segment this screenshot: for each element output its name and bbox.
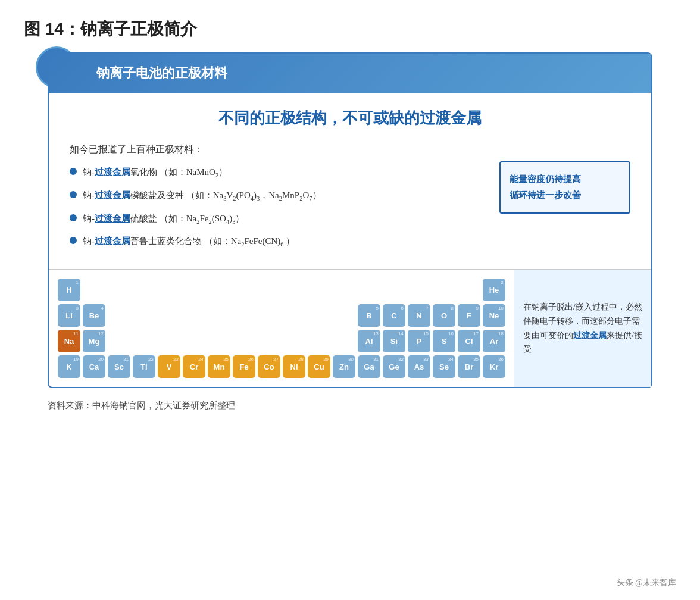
periodic-note-text: 在钠离子脱出/嵌入过程中，必然伴随电子转移，而这部分电子需要由可变价的过渡金属来… [523,300,642,357]
pt-cell-Cu: 29Cu [308,355,330,378]
highlight-3: 过渡金属 [95,214,130,223]
pt-gap4 [183,304,205,327]
pt-cell-Na: 11Na [58,330,80,352]
pt-note-highlight: 过渡金属 [573,331,607,340]
pt-cell-As: 33As [408,355,430,378]
watermark: 头条 @未来智库 [617,577,676,588]
pt-cell-Si: 14Si [383,330,405,352]
pt-spacer12 [358,279,380,301]
pt-spacer5 [183,279,205,301]
card-wrapper: 钠离子电池的正极材料 不同的正极结构，不可或缺的过渡金属 如今已报道了上百种正极… [48,52,652,388]
pt-spacer3 [133,279,155,301]
pt-cell-Mn: 25Mn [208,355,230,378]
pt-cell-N: 7N [408,304,430,327]
pt-spacer9 [283,279,305,301]
bullet-item-2: 钠-过渡金属磷酸盐及变种 （如：Na3V2(PO4)3，Na2MnP2O7） [70,188,488,204]
pt-cell-Zn: 30Zn [333,355,355,378]
pt-r3gap5 [208,330,230,352]
pt-r3gap2 [133,330,155,352]
pt-cell-Br: 35Br [458,355,480,378]
card-body: 不同的正极结构，不可或缺的过渡金属 如今已报道了上百种正极材料： 钠-过渡金属氧… [49,93,651,257]
pt-row-2: 3Li 4Be [58,304,505,327]
pt-cell-Kr: 36Kr [483,355,505,378]
pt-cell-He: 2He [483,279,505,301]
pt-r3gap4 [183,330,205,352]
pt-spacer13 [383,279,405,301]
pt-cell-Li: 3Li [58,304,80,327]
pt-gap9 [308,304,330,327]
content-area: 如今已报道了上百种正极材料： 钠-过渡金属氧化物 （如：NaMnO2） 钠-过渡… [70,143,630,257]
pt-cell-C: 6C [383,304,405,327]
pt-cell-Sc: 21Sc [108,355,130,378]
card-header: 钠离子电池的正极材料 [49,54,651,93]
pt-spacer7 [233,279,255,301]
pt-cell-Cr: 24Cr [183,355,205,378]
bullet-text-3: 钠-过渡金属硫酸盐 （如：Na2Fe2(SO4)3） [83,211,244,227]
pt-spacer6 [208,279,230,301]
bullet-text-4: 钠-过渡金属普鲁士蓝类化合物 （如：Na2FeFe(CN)6 ） [83,234,295,250]
source-text: 资料来源：中科海钠官网，光大证券研究所整理 [0,388,700,423]
pt-cell-Be: 4Be [83,304,105,327]
bullet-dot-3 [70,214,77,221]
highlight-2: 过渡金属 [95,190,130,200]
pt-cell-Cl: 17Cl [458,330,480,352]
highlight-4: 过渡金属 [95,236,130,246]
pt-spacer15 [433,279,455,301]
pt-gap10 [333,304,355,327]
intro-text: 如今已报道了上百种正极材料： [70,143,488,156]
pt-cell-B: 5B [358,304,380,327]
bullet-dot-2 [70,191,77,198]
pt-r3gap10 [333,330,355,352]
right-box-line-2: 循环待进一步改善 [510,188,620,204]
left-content: 如今已报道了上百种正极材料： 钠-过渡金属氧化物 （如：NaMnO2） 钠-过渡… [70,143,488,257]
bullet-dot-4 [70,237,77,244]
pt-gap5 [208,304,230,327]
pt-r3gap6 [233,330,255,352]
pt-row-1: 1H [58,279,505,301]
pt-r3gap3 [158,330,180,352]
bullet-item-3: 钠-过渡金属硫酸盐 （如：Na2Fe2(SO4)3） [70,211,488,227]
pt-row-3: 11Na 12Mg [58,330,505,352]
pt-cell-Ne: 10Ne [483,304,505,327]
pt-gap8 [283,304,305,327]
pt-gap6 [233,304,255,327]
pt-spacer16 [458,279,480,301]
right-info-box: 能量密度仍待提高 循环待进一步改善 [499,161,630,214]
pt-spacer4 [158,279,180,301]
page-title: 图 14：钠离子正极简介 [0,0,700,52]
bullet-dot-1 [70,168,77,175]
pt-cell-Ge: 32Ge [383,355,405,378]
pt-gap1 [108,304,130,327]
periodic-section: 1H [49,269,651,387]
right-box-line-1: 能量密度仍待提高 [510,171,620,188]
pt-spacer11 [333,279,355,301]
pt-r3gap1 [108,330,130,352]
pt-spacer8 [258,279,280,301]
pt-cell-K: 19K [58,355,80,378]
pt-cell-H: 1H [58,279,80,301]
pt-cell-Ga: 31Ga [358,355,380,378]
pt-gap7 [258,304,280,327]
pt-gap3 [158,304,180,327]
main-container: 钠离子电池的正极材料 不同的正极结构，不可或缺的过渡金属 如今已报道了上百种正极… [0,52,700,388]
pt-cell-S: 16S [433,330,455,352]
pt-cell-Ar: 18Ar [483,330,505,352]
pt-gap2 [133,304,155,327]
pt-spacer14 [408,279,430,301]
bullet-item-4: 钠-过渡金属普鲁士蓝类化合物 （如：Na2FeFe(CN)6 ） [70,234,488,250]
highlight-1: 过渡金属 [95,167,130,177]
bullet-text-2: 钠-过渡金属磷酸盐及变种 （如：Na3V2(PO4)3，Na2MnP2O7） [83,188,321,204]
pt-cell-Ca: 20Ca [83,355,105,378]
pt-cell-P: 15P [408,330,430,352]
pt-cell-Ti: 22Ti [133,355,155,378]
card-subtitle: 不同的正极结构，不可或缺的过渡金属 [70,108,630,129]
pt-cell-Ni: 28Ni [283,355,305,378]
pt-cell-Co: 27Co [258,355,280,378]
card-header-title: 钠离子电池的正极材料 [96,64,227,82]
pt-cell-F: 9F [458,304,480,327]
pt-spacer2 [108,279,130,301]
pt-r3gap8 [283,330,305,352]
pt-cell-Al: 13Al [358,330,380,352]
info-card: 钠离子电池的正极材料 不同的正极结构，不可或缺的过渡金属 如今已报道了上百种正极… [48,52,652,388]
periodic-table: 1H [49,270,514,387]
